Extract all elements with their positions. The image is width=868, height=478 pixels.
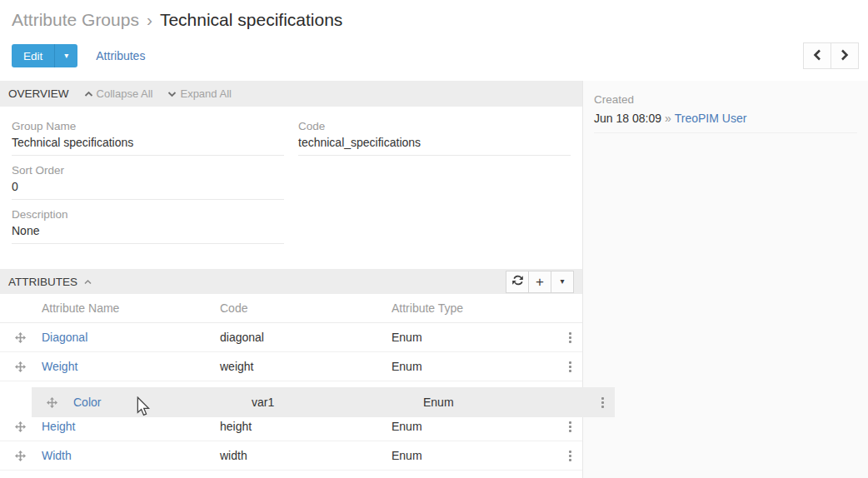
field-code: Code technical_specifications <box>298 107 571 156</box>
column-header-attribute-type[interactable]: Attribute Type <box>392 301 557 315</box>
attribute-link[interactable]: Weight <box>42 360 77 373</box>
field-value: technical_specifications <box>298 132 571 156</box>
created-user-link[interactable]: TreoPIM User <box>675 112 747 125</box>
attribute-code: height <box>220 420 392 433</box>
attribute-type: Enum <box>392 360 557 373</box>
field-description: Description None <box>12 200 284 244</box>
attributes-panel-actions: + ▾ <box>506 271 574 293</box>
plus-icon: + <box>536 275 544 289</box>
table-row: Diagonal diagonal Enum <box>0 323 582 352</box>
drag-handle-icon[interactable] <box>15 421 26 432</box>
panel-dropdown-button[interactable]: ▾ <box>551 271 574 293</box>
attribute-type: Enum <box>392 331 557 344</box>
overview-panel-title: OVERVIEW <box>8 87 69 100</box>
column-header-code[interactable]: Code <box>220 301 392 315</box>
previous-record-button[interactable] <box>803 42 831 69</box>
collapse-all-button[interactable]: Collapse All <box>84 87 153 100</box>
edit-dropdown-button[interactable]: ▾ <box>55 44 77 67</box>
field-value: 0 <box>12 177 284 200</box>
field-label: Group Name <box>12 120 284 132</box>
attribute-code: width <box>220 449 392 462</box>
expand-all-button[interactable]: Expand All <box>167 87 231 100</box>
row-menu-icon[interactable] <box>564 329 576 346</box>
field-value: Technical specifications <box>12 132 284 156</box>
attributes-panel-title: ATTRIBUTES <box>8 276 77 288</box>
attribute-link[interactable]: Height <box>42 420 75 433</box>
edit-button[interactable]: Edit <box>12 44 55 67</box>
field-group-name: Group Name Technical specifications <box>12 107 284 156</box>
overview-fields: Group Name Technical specifications Code… <box>0 107 582 244</box>
chevron-right-icon <box>841 49 849 63</box>
add-attribute-button[interactable]: + <box>528 271 551 293</box>
created-separator: » <box>665 112 671 125</box>
field-label: Description <box>12 208 284 221</box>
chevron-up-icon[interactable] <box>84 279 92 285</box>
main-column: OVERVIEW Collapse All Expand All Group N… <box>0 81 582 478</box>
field-label: Sort Order <box>12 164 284 177</box>
tab-attributes[interactable]: Attributes <box>96 49 145 62</box>
field-sort-order: Sort Order 0 <box>12 156 284 200</box>
created-label: Created <box>594 93 857 107</box>
breadcrumb-parent-link[interactable]: Attribute Groups <box>12 10 139 29</box>
expand-all-label: Expand All <box>180 87 231 100</box>
chevron-up-icon <box>84 87 97 100</box>
field-label: Code <box>298 120 571 132</box>
attribute-code: diagonal <box>220 331 392 344</box>
drag-handle-icon[interactable] <box>15 451 26 461</box>
attributes-table-header: Attribute Name Code Attribute Type <box>0 294 582 323</box>
row-menu-icon[interactable] <box>564 447 576 465</box>
refresh-button[interactable] <box>506 271 529 293</box>
field-value: None <box>12 221 284 244</box>
attribute-link[interactable]: Diagonal <box>42 331 87 344</box>
content-area: OVERVIEW Collapse All Expand All Group N… <box>0 81 868 478</box>
breadcrumb-separator: › <box>147 10 152 29</box>
created-date: Jun 18 08:09 <box>594 112 661 125</box>
next-record-button[interactable] <box>831 42 859 69</box>
dragged-table-row[interactable]: Color var1 Enum <box>32 387 615 417</box>
drag-handle-icon[interactable] <box>15 332 26 343</box>
row-menu-icon[interactable] <box>596 394 609 411</box>
attribute-type: Enum <box>423 396 590 409</box>
drag-handle-icon[interactable] <box>15 361 26 372</box>
edit-split-button: Edit ▾ <box>12 44 77 67</box>
attribute-code: weight <box>220 360 392 373</box>
breadcrumb: Attribute Groups›Technical specification… <box>0 0 868 32</box>
attribute-type: Enum <box>392 449 557 462</box>
column-header-attribute-name[interactable]: Attribute Name <box>42 301 220 315</box>
attribute-type: Enum <box>392 420 557 433</box>
attribute-link[interactable]: Width <box>42 449 72 462</box>
collapse-all-label: Collapse All <box>97 87 153 100</box>
refresh-icon <box>512 275 523 288</box>
chevron-down-icon: ▾ <box>64 51 68 60</box>
row-menu-icon[interactable] <box>564 358 576 376</box>
chevron-left-icon <box>813 49 821 63</box>
overview-panel-header: OVERVIEW Collapse All Expand All <box>0 81 582 107</box>
chevron-down-icon <box>167 87 180 100</box>
created-value: Jun 18 08:09»TreoPIM User <box>594 107 857 133</box>
attribute-link[interactable]: Color <box>73 396 101 409</box>
attributes-panel-header: ATTRIBUTES + <box>0 269 582 294</box>
drag-handle-icon[interactable] <box>47 397 57 408</box>
attribute-code: var1 <box>252 396 423 409</box>
table-row: Width width Enum <box>0 441 582 471</box>
created-field: Created Jun 18 08:09»TreoPIM User <box>583 81 868 133</box>
table-row: Weight weight Enum <box>0 352 582 381</box>
side-panel: Created Jun 18 08:09»TreoPIM User <box>582 81 868 478</box>
chevron-down-icon: ▾ <box>560 277 564 286</box>
toolbar: Edit ▾ Attributes <box>12 42 856 69</box>
page-title: Technical specifications <box>160 10 342 29</box>
row-menu-icon[interactable] <box>564 418 576 436</box>
record-pager <box>803 42 859 69</box>
